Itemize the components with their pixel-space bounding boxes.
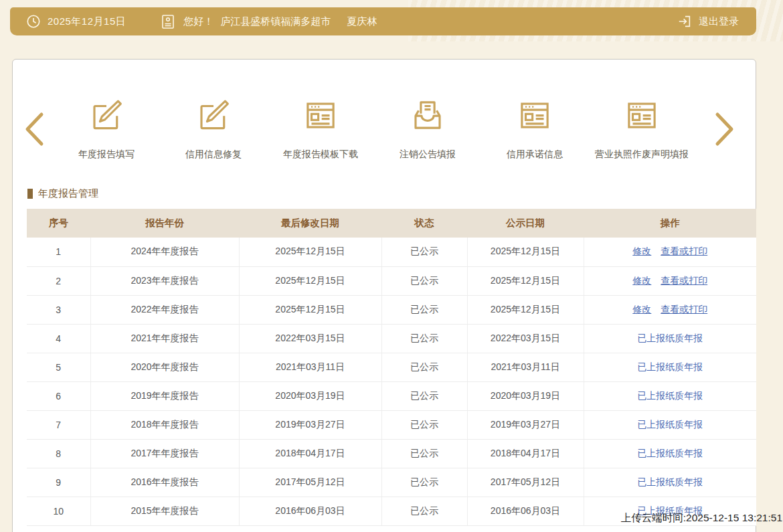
table-row: 8 2017年年度报告 2018年04月17日 已公示 2018年04月17日 … xyxy=(27,439,756,468)
table-row: 3 2022年年度报告 2025年12月15日 已公示 2025年12月15日 … xyxy=(27,295,756,324)
menu-item-credit-commitment[interactable]: 信用承诺信息 xyxy=(481,96,588,161)
cell-actions: 已上报纸质年报 xyxy=(584,410,756,439)
action-link-primary[interactable]: 已上报纸质年报 xyxy=(637,333,703,343)
action-link-primary[interactable]: 修改 xyxy=(632,304,651,315)
cell-published: 2016年06月03日 xyxy=(467,497,584,525)
action-link-primary[interactable]: 已上报纸质年报 xyxy=(637,361,703,372)
cell-status: 已公示 xyxy=(381,439,467,468)
cell-no: 9 xyxy=(27,468,90,497)
logout-icon xyxy=(677,14,692,29)
logout-label: 退出登录 xyxy=(699,15,739,28)
cell-modified: 2025年12月15日 xyxy=(239,295,381,324)
column-header-no: 序号 xyxy=(27,209,90,238)
menu-item-label: 注销公告填报 xyxy=(400,149,456,161)
cell-published: 2025年12月15日 xyxy=(467,266,584,295)
cell-status: 已公示 xyxy=(381,497,467,525)
upload-timestamp-watermark: 上传云端时间:2025-12-15 13:21:51 xyxy=(621,511,782,525)
action-link-primary[interactable]: 已上报纸质年报 xyxy=(637,419,703,430)
action-link-primary[interactable]: 修改 xyxy=(632,275,651,286)
table-header: 序号 报告年份 最后修改日期 状态 公示日期 操作 xyxy=(27,209,756,238)
cell-actions: 已上报纸质年报 xyxy=(584,439,756,468)
inbox-document-icon xyxy=(410,96,446,134)
cell-year: 2016年年度报告 xyxy=(90,468,239,497)
menu-item-label: 年度报告模板下载 xyxy=(283,149,358,161)
greeting-text: 您好！ xyxy=(183,15,213,28)
table-row: 4 2021年年度报告 2022年03月15日 已公示 2022年03月15日 … xyxy=(27,324,756,353)
document-page-icon xyxy=(517,96,553,134)
cell-published: 2021年03月11日 xyxy=(467,353,584,381)
user-name: 夏庆林 xyxy=(347,15,377,28)
current-date: 2025年12月15日 xyxy=(48,15,126,28)
section-title-text: 年度报告管理 xyxy=(38,187,98,200)
section-title: 年度报告管理 xyxy=(27,187,756,200)
id-card-icon xyxy=(161,13,175,29)
logout-button[interactable]: 退出登录 xyxy=(671,14,739,29)
action-link-secondary[interactable]: 查看或打印 xyxy=(661,304,707,315)
cell-published: 2020年03月19日 xyxy=(467,381,584,410)
cell-published: 2018年04月17日 xyxy=(467,439,584,468)
cell-status: 已公示 xyxy=(381,266,467,295)
cell-no: 8 xyxy=(27,439,90,468)
cell-no: 6 xyxy=(27,381,90,410)
clock-icon xyxy=(26,14,41,29)
table-row: 2 2023年年度报告 2025年12月15日 已公示 2025年12月15日 … xyxy=(27,266,756,295)
company-name: 庐江县盛桥镇福满多超市 xyxy=(220,15,331,28)
cell-actions: 修改 查看或打印 xyxy=(584,266,756,295)
cell-year: 2022年年度报告 xyxy=(90,295,239,324)
action-link-secondary[interactable]: 查看或打印 xyxy=(661,246,707,256)
action-link-primary[interactable]: 已上报纸质年报 xyxy=(637,390,703,401)
cell-modified: 2025年12月15日 xyxy=(239,266,381,295)
cell-no: 10 xyxy=(27,497,90,525)
column-header-published: 公示日期 xyxy=(467,209,584,238)
menu-item-label: 营业执照作废声明填报 xyxy=(595,149,689,161)
table-row: 7 2018年年度报告 2019年03月27日 已公示 2019年03月27日 … xyxy=(27,410,756,439)
menu-item-license-void-declaration[interactable]: 营业执照作废声明填报 xyxy=(588,96,695,161)
cell-modified: 2017年05月12日 xyxy=(239,468,381,497)
action-link-primary[interactable]: 已上报纸质年报 xyxy=(637,476,703,487)
cell-published: 2019年03月27日 xyxy=(467,410,584,439)
cell-modified: 2016年06月03日 xyxy=(239,497,381,525)
cell-published: 2017年05月12日 xyxy=(467,468,584,497)
cell-no: 4 xyxy=(27,324,90,353)
cell-modified: 2025年12月15日 xyxy=(239,238,381,266)
menu-item-label: 信用信息修复 xyxy=(185,149,242,161)
column-header-modified: 最后修改日期 xyxy=(239,209,381,238)
menu-item-template-download[interactable]: 年度报告模板下载 xyxy=(267,96,374,161)
menu-item-annual-report-fill[interactable]: 年度报告填写 xyxy=(53,96,160,161)
cell-modified: 2021年03月11日 xyxy=(239,353,381,381)
chevron-left-icon[interactable] xyxy=(23,112,45,149)
cell-year: 2024年年度报告 xyxy=(90,238,239,266)
cell-actions: 已上报纸质年报 xyxy=(584,324,756,353)
cell-status: 已公示 xyxy=(381,324,467,353)
cell-actions: 修改 查看或打印 xyxy=(584,238,756,266)
top-bar: 2025年12月15日 您好！ 庐江县盛桥镇福满多超市 夏庆林 退出登录 xyxy=(10,7,756,35)
cell-modified: 2019年03月27日 xyxy=(239,410,381,439)
table-body: 1 2024年年度报告 2025年12月15日 已公示 2025年12月15日 … xyxy=(27,238,756,525)
main-panel: 年度报告填写 信用信息修复 xyxy=(12,59,756,532)
column-header-actions: 操作 xyxy=(584,209,756,238)
cell-status: 已公示 xyxy=(381,468,467,497)
table-row: 9 2016年年度报告 2017年05月12日 已公示 2017年05月12日 … xyxy=(27,468,756,497)
cell-year: 2019年年度报告 xyxy=(90,381,239,410)
cell-year: 2015年年度报告 xyxy=(90,497,239,525)
column-header-year: 报告年份 xyxy=(90,209,239,238)
menu-item-credit-repair[interactable]: 信用信息修复 xyxy=(160,96,267,161)
action-link-primary[interactable]: 已上报纸质年报 xyxy=(637,448,703,458)
cell-no: 3 xyxy=(27,295,90,324)
cell-published: 2025年12月15日 xyxy=(467,295,584,324)
menu-item-label: 年度报告填写 xyxy=(78,149,135,161)
cell-published: 2025年12月15日 xyxy=(467,238,584,266)
edit-pencil-icon xyxy=(88,96,124,134)
table-row: 5 2020年年度报告 2021年03月11日 已公示 2021年03月11日 … xyxy=(27,353,756,381)
cell-no: 2 xyxy=(27,266,90,295)
cell-actions: 已上报纸质年报 xyxy=(584,381,756,410)
cell-actions: 已上报纸质年报 xyxy=(584,353,756,381)
action-link-primary[interactable]: 修改 xyxy=(632,246,651,256)
column-header-status: 状态 xyxy=(381,209,467,238)
cell-year: 2017年年度报告 xyxy=(90,439,239,468)
table-row: 1 2024年年度报告 2025年12月15日 已公示 2025年12月15日 … xyxy=(27,238,756,266)
cell-modified: 2020年03月19日 xyxy=(239,381,381,410)
action-link-secondary[interactable]: 查看或打印 xyxy=(661,275,707,286)
menu-item-cancellation-notice[interactable]: 注销公告填报 xyxy=(374,96,481,161)
chevron-right-icon[interactable] xyxy=(714,112,735,149)
